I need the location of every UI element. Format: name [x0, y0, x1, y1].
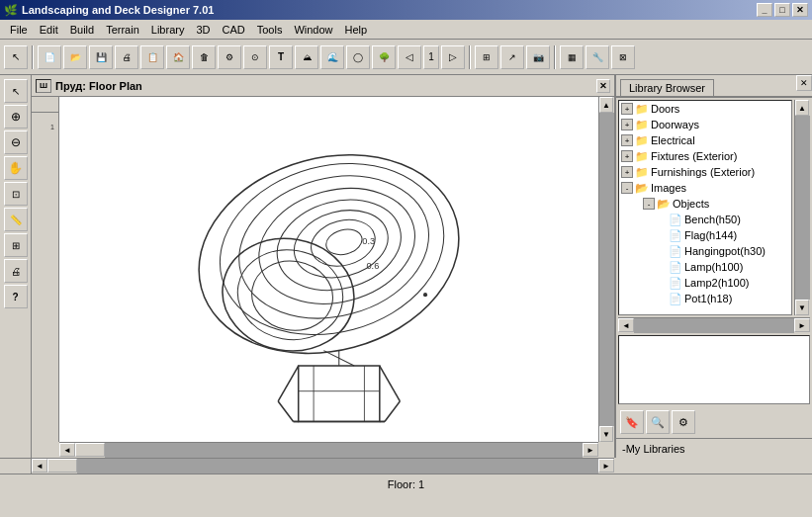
tb23[interactable]: ⊠: [611, 45, 635, 69]
tb6[interactable]: 🏠: [166, 45, 190, 69]
tb17-next[interactable]: ▷: [441, 45, 465, 69]
library-item-doors[interactable]: + 📁 Doors: [619, 101, 791, 117]
lib-vscrollbar[interactable]: ▲ ▼: [794, 100, 810, 315]
tb12[interactable]: 🌊: [320, 45, 344, 69]
status-floor: Floor: 1: [207, 478, 605, 490]
expand-fixtures[interactable]: +: [621, 150, 633, 162]
library-item-flag[interactable]: 📄 Flag(h144): [619, 227, 791, 243]
vscroll-up[interactable]: ▲: [599, 97, 613, 113]
zoom-out-tool[interactable]: ⊖: [4, 130, 28, 154]
lib-settings-button[interactable]: ⚙: [672, 410, 695, 434]
tb21[interactable]: ▦: [560, 45, 584, 69]
menu-build[interactable]: Build: [64, 22, 100, 38]
tb7[interactable]: 🗑: [192, 45, 216, 69]
print-tool[interactable]: 🖨: [4, 259, 28, 283]
floorplan-icon: Ш: [36, 79, 51, 93]
tb14[interactable]: 🌳: [372, 45, 396, 69]
open-button[interactable]: 📂: [63, 45, 87, 69]
library-panel: ✕ Library Browser + 📁 Doors + 📁 Doorways: [614, 75, 812, 458]
pan-tool[interactable]: ✋: [4, 156, 28, 180]
expand-furnishings[interactable]: +: [621, 166, 633, 178]
tb20-camera[interactable]: 📷: [526, 45, 550, 69]
vscroll-down[interactable]: ▼: [599, 426, 613, 442]
library-item-doorways[interactable]: + 📁 Doorways: [619, 117, 791, 132]
library-item-lamp2h100[interactable]: 📄 Lamp2(h100): [619, 275, 791, 291]
lib-vscroll-down[interactable]: ▼: [795, 300, 809, 315]
tb5[interactable]: 📋: [140, 45, 164, 69]
layer-tool[interactable]: ⊞: [4, 233, 28, 257]
tb18[interactable]: ⊞: [475, 45, 498, 69]
tb11[interactable]: ⛰: [295, 45, 318, 69]
hscroll-left[interactable]: ◄: [59, 443, 75, 457]
tb22[interactable]: 🔧: [586, 45, 609, 69]
titlebar-controls: _ □ ✕: [757, 3, 808, 17]
library-item-lamp100[interactable]: 📄 Lamp(h100): [619, 259, 791, 275]
drawing-canvas[interactable]: 0.3 0.6: [59, 97, 598, 442]
menu-tools[interactable]: Tools: [251, 22, 289, 38]
menu-window[interactable]: Window: [288, 22, 338, 38]
menu-file[interactable]: File: [4, 22, 34, 38]
expand-objects[interactable]: -: [643, 198, 655, 210]
menu-library[interactable]: Library: [145, 22, 191, 38]
floorplan-close[interactable]: ✕: [596, 79, 610, 93]
menu-help[interactable]: Help: [339, 22, 374, 38]
tb9[interactable]: ⊙: [243, 45, 267, 69]
expand-images[interactable]: -: [621, 182, 633, 194]
main-hscroll-left[interactable]: ◄: [32, 459, 47, 473]
library-item-images[interactable]: - 📂 Images: [619, 180, 791, 196]
pointer-tool[interactable]: ↖: [4, 79, 28, 103]
library-item-electrical[interactable]: + 📁 Electrical: [619, 132, 791, 148]
close-button[interactable]: ✕: [792, 3, 808, 17]
ruler-left: 1: [32, 97, 59, 442]
lib-hscroll-left[interactable]: ◄: [618, 318, 634, 332]
library-item-pot1[interactable]: 📄 Pot1(h18): [619, 291, 791, 306]
library-item-fixtures[interactable]: + 📁 Fixtures (Exterior): [619, 148, 791, 164]
zoom-in-tool[interactable]: ⊕: [4, 105, 28, 129]
tb19[interactable]: ↗: [500, 45, 524, 69]
menu-edit[interactable]: Edit: [34, 22, 64, 38]
main-hscroll-right[interactable]: ►: [598, 459, 614, 473]
expand-electrical[interactable]: +: [621, 134, 633, 146]
save-button[interactable]: 💾: [89, 45, 113, 69]
toolbar-sep-1: [32, 45, 34, 69]
main-hscrollbar: ◄ ►: [0, 458, 614, 474]
tb15-prev[interactable]: ◁: [398, 45, 421, 69]
help-tool[interactable]: ?: [4, 285, 28, 308]
lib-hscroll-right[interactable]: ►: [794, 318, 810, 332]
hscroll-right[interactable]: ►: [583, 443, 598, 457]
minimize-button[interactable]: _: [757, 3, 772, 17]
tb10-text[interactable]: T: [269, 45, 293, 69]
contour-label-03: 0.3: [362, 236, 375, 246]
svg-point-2: [223, 155, 445, 338]
tb13[interactable]: ◯: [346, 45, 370, 69]
new-button[interactable]: 📄: [38, 45, 61, 69]
lib-add-button[interactable]: 🔖: [620, 410, 644, 434]
lib-search-button[interactable]: 🔍: [646, 410, 670, 434]
print-button[interactable]: 🖨: [115, 45, 138, 69]
expand-doorways[interactable]: +: [621, 119, 633, 130]
library-item-furnishings[interactable]: + 📁 Furnishings (Exterior): [619, 164, 791, 180]
lib-vscroll-up[interactable]: ▲: [795, 100, 809, 116]
menu-3d[interactable]: 3D: [190, 22, 216, 38]
floorplan-title: Пруд: Floor Plan: [55, 80, 142, 92]
lib-panel-close[interactable]: ✕: [796, 75, 812, 91]
lib-hscrollbar[interactable]: ◄ ►: [618, 317, 810, 333]
select-tool-button[interactable]: ↖: [4, 45, 28, 69]
main-hscroll-thumb[interactable]: [47, 459, 77, 473]
library-item-bench[interactable]: 📄 Bench(h50): [619, 212, 791, 227]
fit-tool[interactable]: ⊡: [4, 182, 28, 206]
hscrollbar[interactable]: ◄ ►: [59, 442, 598, 458]
library-browser-tab[interactable]: Library Browser: [620, 79, 714, 96]
tb8[interactable]: ⚙: [218, 45, 241, 69]
measure-tool[interactable]: 📏: [4, 208, 28, 231]
expand-doors[interactable]: +: [621, 103, 633, 115]
vscrollbar[interactable]: ▲ ▼: [598, 97, 614, 442]
item-icon: 📄: [669, 292, 682, 305]
menu-cad[interactable]: CAD: [216, 22, 250, 38]
library-item-hangingpot[interactable]: 📄 Hangingpot(h30): [619, 243, 791, 259]
main-hscroll-track[interactable]: ◄ ►: [32, 459, 614, 474]
library-item-objects[interactable]: - 📂 Objects: [619, 196, 791, 212]
menu-terrain[interactable]: Terrain: [100, 22, 145, 38]
maximize-button[interactable]: □: [774, 3, 790, 17]
hscroll-thumb[interactable]: [75, 443, 105, 457]
